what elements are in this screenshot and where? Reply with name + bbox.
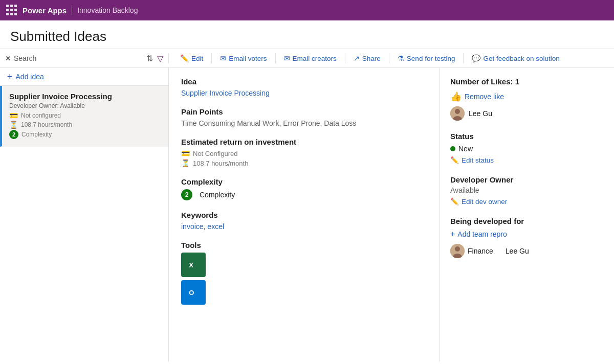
email-voters-button[interactable]: ✉ Email voters [215,52,272,64]
dev-owner-title: Developer Owner [450,175,604,184]
page-title: Submitted Ideas [10,29,604,44]
list-item-meta-configured: 💳 Not configured [9,111,161,120]
edit-icon: ✏️ [180,54,189,62]
toolbar-sep-4 [389,53,389,63]
roi-money-icon: 💳 [181,149,190,157]
flask-icon: ⚗ [398,54,404,62]
toolbar-sep-2 [275,53,276,63]
toolbar-list-controls: ⇅ ▽ [146,54,163,63]
edit-status-icon: ✏️ [450,156,459,164]
svg-point-5 [455,109,460,114]
edit-dev-label: Edit dev owner [462,198,507,206]
add-idea-row[interactable]: + Add idea [0,68,168,86]
dev-owner-value: Available [450,186,604,194]
lee-gu-name: Lee Gu [506,247,529,255]
toolbar-left: ✕ Search ⇅ ▽ [0,54,169,63]
complexity-badge: 2 [9,130,18,139]
edit-status-button[interactable]: ✏️ Edit status [450,156,604,164]
detail-right: Number of Likes: 1 👍 Remove like Lee Gu [440,68,614,361]
app-name: Power Apps [23,6,67,15]
search-label: Search [14,54,36,62]
tools-label: Tools [181,241,427,249]
detail-panel: Idea Supplier Invoice Processing Pain Po… [169,68,614,361]
edit-dev-owner-button[interactable]: ✏️ Edit dev owner [450,197,604,206]
being-developed-title: Being developed for [450,217,604,225]
pain-points-label: Pain Points [181,107,427,116]
sidebar-list: + Add idea Supplier Invoice Processing D… [0,68,169,361]
main-content: + Add idea Supplier Invoice Processing D… [0,68,614,361]
feedback-icon: 💬 [472,54,480,62]
complexity-label: Complexity [181,177,427,186]
being-developed-section: Being developed for + Add team repro [450,217,604,258]
status-section: Status New ✏️ Edit status [450,132,604,164]
keywords-label: Keywords [181,211,427,219]
tools-grid: X O [181,253,427,305]
topbar-divider [72,5,72,15]
status-dot [450,146,455,151]
remove-like-action[interactable]: 👍 Remove like [450,91,604,102]
money-icon: 💳 [9,111,18,120]
idea-section: Idea Supplier Invoice Processing [181,77,427,97]
pain-points-value: Time Consuming Manual Work, Error Prone,… [181,119,427,127]
add-team-icon: + [450,230,455,239]
send-for-testing-button[interactable]: ⚗ Send for testing [392,52,461,64]
list-item-meta-hours: ⏳ 108.7 hours/month [9,121,161,129]
liker-avatar [450,106,465,121]
email-creators-icon: ✉ [284,54,290,62]
email-creators-button[interactable]: ✉ Email creators [279,52,342,64]
excel-icon: X [181,253,206,277]
topbar: Power Apps Innovation Backlog [0,0,614,20]
add-team-label: Add team repro [457,230,507,238]
hourglass-icon: ⏳ [9,121,18,129]
liker-name: Lee Gu [469,109,492,118]
status-title: Status [450,132,604,141]
likes-title: Number of Likes: 1 [450,77,604,86]
add-idea-label: Add idea [16,73,44,81]
detail-main: Idea Supplier Invoice Processing Pain Po… [169,68,440,361]
remove-like-label: Remove like [465,93,504,101]
team-user-lee: Lee Gu [506,244,529,258]
list-item-meta-complexity: 2 Complexity [9,130,161,139]
outlook-icon: O [181,280,206,305]
complexity-number: 2 [181,189,192,200]
idea-value-link[interactable]: Supplier Invoice Processing [181,89,270,97]
svg-text:O: O [189,289,194,297]
roi-section: Estimated return on investment 💳 Not Con… [181,138,427,167]
share-button[interactable]: ↗ Share [348,52,386,64]
email-voters-icon: ✉ [220,54,226,62]
status-value: New [458,145,473,153]
edit-button[interactable]: ✏️ Edit [175,52,208,64]
sort-icon[interactable]: ⇅ [146,54,153,63]
complexity-section: Complexity 2 Complexity [181,177,427,200]
team-users: Finance Lee Gu [450,244,604,258]
roi-not-configured-row: 💳 Not Configured [181,149,427,157]
filter-icon[interactable]: ▽ [157,54,163,63]
likes-section: Number of Likes: 1 👍 Remove like Lee Gu [450,77,604,121]
list-item[interactable]: Supplier Invoice Processing Developer Ow… [0,86,168,147]
idea-label: Idea [181,77,427,86]
svg-text:X: X [189,261,193,269]
app-grid-icon[interactable] [6,5,17,16]
list-item-sub: Developer Owner: Available [9,102,161,109]
toolbar-sep-5 [463,53,464,63]
thumbs-up-icon: 👍 [450,91,462,102]
liker-row: Lee Gu [450,106,604,121]
roi-hours-row: ⏳ 108.7 hours/month [181,159,427,167]
list-item-title: Supplier Invoice Processing [9,92,161,101]
search-close-icon[interactable]: ✕ [5,55,11,62]
share-icon: ↗ [354,54,360,62]
status-row: New [450,145,604,153]
add-team-row[interactable]: + Add team repro [450,230,604,239]
keywords-value[interactable]: invoice, excel [181,222,224,231]
complexity-text: Complexity [200,191,235,199]
page-name: Innovation Backlog [77,6,138,14]
team-user-finance: Finance [450,244,493,258]
action-toolbar: ✕ Search ⇅ ▽ ✏️ Edit ✉ Email voters ✉ Em… [0,49,614,68]
edit-status-label: Edit status [462,156,494,164]
add-icon: + [7,72,13,81]
complexity-row: 2 Complexity [181,189,427,200]
tools-section: Tools X O [181,241,427,305]
get-feedback-button[interactable]: 💬 Get feedback on solution [467,52,564,64]
roi-label: Estimated return on investment [181,138,427,146]
toolbar-right: ✏️ Edit ✉ Email voters ✉ Email creators … [169,52,614,64]
